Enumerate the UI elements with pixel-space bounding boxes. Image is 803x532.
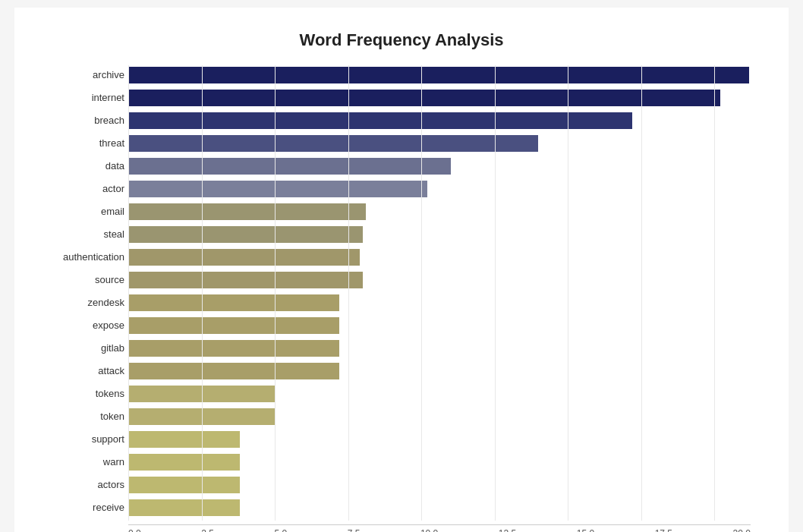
- bar-row: expose: [128, 316, 751, 335]
- x-tick: 12.5: [499, 528, 516, 532]
- bar-rect: [128, 203, 366, 220]
- grid-line: [348, 65, 349, 521]
- x-tick: 5.0: [274, 528, 287, 532]
- bar-row: source: [128, 270, 751, 290]
- bar-rect: [128, 226, 363, 243]
- bar-label: support: [33, 430, 124, 449]
- grid-line: [495, 65, 496, 521]
- chart-container: Word Frequency Analysis archiveinternetb…: [14, 8, 789, 532]
- bar-label: authentication: [33, 247, 124, 267]
- bar-label: warn: [33, 452, 124, 472]
- bar-rect: [128, 363, 339, 379]
- bar-row: zendesk: [128, 293, 751, 313]
- bar-rect: [128, 317, 339, 334]
- bar-row: warn: [128, 452, 751, 472]
- bar-rect: [128, 67, 749, 83]
- bar-row: tokens: [128, 384, 751, 404]
- bar-label: receive: [33, 498, 124, 518]
- bar-label: breach: [33, 111, 124, 131]
- bar-rect: [128, 454, 240, 471]
- bar-label: source: [33, 270, 124, 290]
- bar-rect: [128, 135, 538, 152]
- bar-row: data: [128, 156, 751, 176]
- grid-line: [275, 65, 276, 521]
- bar-rect: [128, 249, 360, 266]
- grid-line: [421, 65, 422, 521]
- bar-label: steal: [33, 225, 124, 244]
- x-ticks: 0.02.55.07.510.012.515.017.520.0: [128, 528, 751, 532]
- bar-row: steal: [128, 225, 751, 244]
- bar-rect: [128, 477, 240, 493]
- bar-label: attack: [33, 361, 124, 381]
- x-tick: 2.5: [201, 528, 214, 532]
- bar-row: email: [128, 202, 751, 222]
- bar-rect: [128, 294, 339, 311]
- bar-label: zendesk: [33, 293, 124, 313]
- bar-row: authentication: [128, 247, 751, 267]
- x-tick: 15.0: [577, 528, 594, 532]
- bar-label: actors: [33, 475, 124, 495]
- bar-rect: [128, 272, 363, 288]
- bar-label: archive: [33, 65, 124, 85]
- bar-row: actor: [128, 179, 751, 199]
- grid-line: [714, 65, 715, 521]
- bar-rect: [128, 181, 427, 197]
- chart-inner: archiveinternetbreachthreatdataactoremai…: [37, 65, 766, 532]
- grid-line: [202, 65, 203, 521]
- bar-rect: [128, 158, 451, 175]
- bar-row: threat: [128, 134, 751, 153]
- bar-label: token: [33, 407, 124, 427]
- bar-row: support: [128, 430, 751, 449]
- bar-label: actor: [33, 179, 124, 199]
- x-axis: [128, 524, 751, 525]
- bar-rect: [128, 340, 339, 357]
- bar-label: gitlab: [33, 338, 124, 358]
- bars-area: archiveinternetbreachthreatdataactoremai…: [128, 65, 751, 521]
- bar-label: tokens: [33, 384, 124, 404]
- bar-label: email: [33, 202, 124, 222]
- bar-rect: [128, 499, 240, 516]
- bar-row: receive: [128, 498, 751, 518]
- x-tick: 17.5: [655, 528, 672, 532]
- grid-line: [641, 65, 642, 521]
- bar-label: internet: [33, 88, 124, 108]
- bar-row: internet: [128, 88, 751, 108]
- bar-rect: [128, 112, 632, 129]
- bar-rect: [128, 90, 720, 106]
- bar-rect: [128, 431, 240, 448]
- x-tick: 0.0: [128, 528, 141, 532]
- grid-line: [128, 65, 129, 521]
- x-tick: 7.5: [348, 528, 361, 532]
- chart-title: Word Frequency Analysis: [37, 23, 766, 50]
- bar-row: actors: [128, 475, 751, 495]
- bar-row: breach: [128, 111, 751, 131]
- grid-line: [568, 65, 568, 521]
- bar-label: expose: [33, 316, 124, 335]
- bar-row: gitlab: [128, 338, 751, 358]
- bar-row: archive: [128, 65, 751, 85]
- bar-label: threat: [33, 134, 124, 153]
- x-tick: 10.0: [420, 528, 438, 532]
- bar-label: data: [33, 156, 124, 176]
- x-tick: 20.0: [733, 528, 751, 532]
- bar-row: attack: [128, 361, 751, 381]
- bar-row: token: [128, 407, 751, 427]
